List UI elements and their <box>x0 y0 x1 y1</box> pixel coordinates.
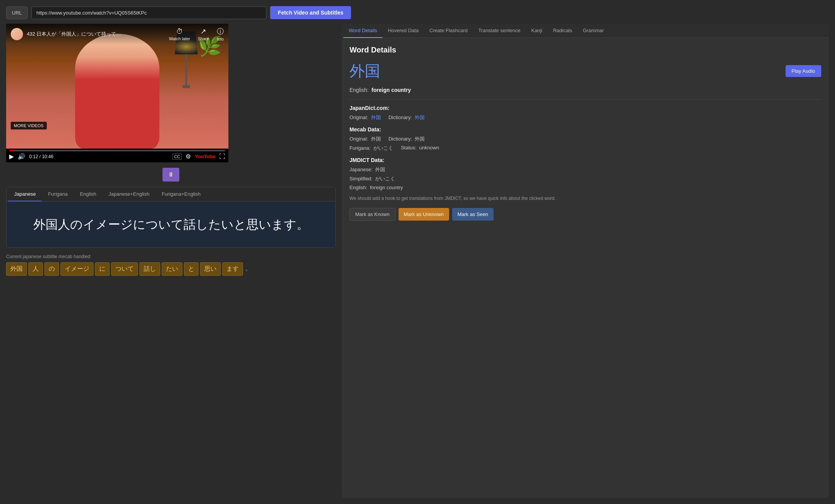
settings-button[interactable]: ⚙ <box>185 153 191 160</box>
mecab-token[interactable]: 話し <box>139 262 160 276</box>
mecab-token[interactable]: 思い <box>200 262 221 276</box>
progress-bar[interactable] <box>9 150 225 151</box>
japan-dict-header: JapanDict.com: <box>349 105 821 111</box>
kanji-display: 外国 Play Audio <box>349 61 821 82</box>
tab-japanese-english[interactable]: Japanese+English <box>102 187 156 201</box>
mecab-section: Current japanese subtitle mecab handled:… <box>6 252 336 277</box>
left-panel: 🌿 432 日本人が「外国人」について持って… ⏱ <box>6 24 336 498</box>
mecab-token[interactable]: たい <box>162 262 182 276</box>
tab-hovered-data[interactable]: Hovered Data <box>382 24 424 38</box>
cc-button[interactable]: CC <box>172 154 182 160</box>
mark-unknown-button[interactable]: Mark as Unknown <box>399 208 449 221</box>
overlay-actions: ⏱ Watch later ↗ Share ⓘ Info <box>169 27 224 41</box>
mecab-token[interactable]: ます <box>222 262 243 276</box>
tab-furigana[interactable]: Furigana <box>42 187 74 201</box>
mecab-dictionary: Dictionary: 外国 <box>389 136 425 142</box>
jmdict-row1: Japanese: 外国 <box>349 166 821 173</box>
progress-fill <box>9 150 13 151</box>
tab-furigana-english[interactable]: Furigana+English <box>156 187 207 201</box>
tab-japanese[interactable]: Japanese <box>8 187 42 201</box>
action-buttons: Mark as Known Mark as Unknown Mark as Se… <box>349 208 821 221</box>
jmdict-japanese-value: 外国 <box>375 167 385 172</box>
kanji-text: 外国 <box>349 61 380 82</box>
jmdict-header: JMDICT Data: <box>349 157 821 163</box>
play-button[interactable]: ▶ <box>9 153 14 160</box>
word-details-title: Word Details <box>349 46 821 54</box>
info-action[interactable]: ⓘ Info <box>217 27 224 41</box>
share-icon: ↗ <box>200 27 206 36</box>
subtitle-text: 外国人のイメージについて話したいと思います。 <box>33 216 309 233</box>
lamp-base <box>182 85 190 88</box>
right-tabs: Word Details Hovered Data Create Flashca… <box>342 24 829 38</box>
right-panel: Word Details Hovered Data Create Flashca… <box>342 24 829 498</box>
subtitle-section: Japanese Furigana English Japanese+Engli… <box>6 187 336 248</box>
mecab-token[interactable]: 外国 <box>6 262 27 276</box>
tab-english[interactable]: English <box>74 187 103 201</box>
jmdict-row2: Simplified: がいこく <box>349 175 821 182</box>
mecab-token[interactable]: 人 <box>28 262 43 276</box>
video-title: 432 日本人が「外国人」について持って… <box>27 31 165 38</box>
controls-row: ▶ 🔊 0:12 / 10:46 CC ⚙ YouTube ⛶ <box>9 153 225 160</box>
volume-button[interactable]: 🔊 <box>18 153 25 160</box>
pause-btn-container: ⏸ <box>6 168 336 182</box>
watch-later-label: Watch later <box>169 36 190 41</box>
english-label: English: <box>349 87 369 93</box>
jmdict-simplified-value: がいこく <box>375 176 395 182</box>
mecab-data-row1: Original: 外国 Dictionary: 外国 <box>349 136 821 142</box>
mecab-tokens: 外国人のイメージについて話したいと思います。 <box>6 261 336 277</box>
tab-create-flashcard[interactable]: Create Flashcard <box>424 24 473 38</box>
jmdict-simplified: Simplified: がいこく <box>349 175 395 182</box>
tab-radicals[interactable]: Radicals <box>548 24 577 38</box>
jmdict-japanese: Japanese: 外国 <box>349 166 385 173</box>
youtube-logo: YouTube <box>195 154 215 159</box>
url-input[interactable] <box>31 7 266 19</box>
mecab-token[interactable]: と <box>184 262 198 276</box>
mecab-status-value: unknown <box>419 145 439 151</box>
lamp-stem <box>185 54 187 85</box>
mecab-data-row2: Furigana: がいこく Status: unknown <box>349 145 821 152</box>
mecab-furigana: Furigana: がいこく <box>349 145 393 152</box>
ctrl-right: CC ⚙ YouTube ⛶ <box>172 153 225 160</box>
mecab-label: Current japanese subtitle mecab handled: <box>6 252 336 261</box>
video-overlay-top: 432 日本人が「外国人」について持って… ⏱ Watch later ↗ Sh… <box>6 24 228 44</box>
mark-known-button[interactable]: Mark as Known <box>349 208 395 221</box>
tab-word-details[interactable]: Word Details <box>343 24 382 38</box>
share-action[interactable]: ↗ Share <box>198 27 209 41</box>
share-label: Share <box>198 36 209 41</box>
japan-dict-original-link[interactable]: 外国 <box>371 115 381 120</box>
mecab-original-value: 外国 <box>371 136 381 142</box>
mecab-token[interactable]: に <box>95 262 110 276</box>
japan-dict-dictionary-link[interactable]: 外国 <box>415 115 425 120</box>
fullscreen-button[interactable]: ⛶ <box>219 153 225 160</box>
tab-kanji[interactable]: Kanji <box>526 24 548 38</box>
english-meaning: English: foreign country <box>349 87 821 93</box>
fetch-button[interactable]: Fetch Video and Subtitles <box>270 6 351 19</box>
tab-translate-sentence[interactable]: Translate sentence <box>473 24 526 38</box>
pause-button[interactable]: ⏸ <box>162 168 179 182</box>
jmdict-english-value: foreign country <box>370 185 403 190</box>
watch-later-action[interactable]: ⏱ Watch later <box>169 28 190 41</box>
mecab-dictionary-value: 外国 <box>415 136 425 142</box>
japan-dict-row: Original: 外国 Dictionary: 外国 <box>349 114 821 121</box>
subtitle-tabs: Japanese Furigana English Japanese+Engli… <box>7 187 335 201</box>
mecab-token[interactable]: イメージ <box>61 262 94 276</box>
mecab-token[interactable]: の <box>44 262 59 276</box>
divider-1 <box>349 99 821 100</box>
mark-seen-button[interactable]: Mark as Seen <box>452 208 494 221</box>
time-display: 0:12 / 10:46 <box>29 154 53 159</box>
more-videos-badge[interactable]: MORE VIDEOS <box>11 122 47 129</box>
play-audio-button[interactable]: Play Audio <box>786 65 821 77</box>
mecab-token: 。 <box>244 262 252 276</box>
tab-grammar[interactable]: Grammar <box>577 24 609 38</box>
info-icon: ⓘ <box>217 27 224 36</box>
word-details-content: Word Details 外国 Play Audio English: fore… <box>342 38 829 498</box>
subtitle-display: 外国人のイメージについて話したいと思います。 <box>7 201 335 247</box>
japan-dict-dictionary: Dictionary: 外国 <box>389 114 425 121</box>
watch-later-icon: ⏱ <box>176 28 183 36</box>
mecab-furigana-value: がいこく <box>373 145 393 151</box>
mecab-token[interactable]: ついて <box>111 262 138 276</box>
english-value: foreign country <box>372 87 411 93</box>
channel-avatar <box>11 28 23 40</box>
video-thumbnail[interactable]: 🌿 432 日本人が「外国人」について持って… ⏱ <box>6 24 228 149</box>
jmdict-english: English: foreign country <box>349 185 403 190</box>
